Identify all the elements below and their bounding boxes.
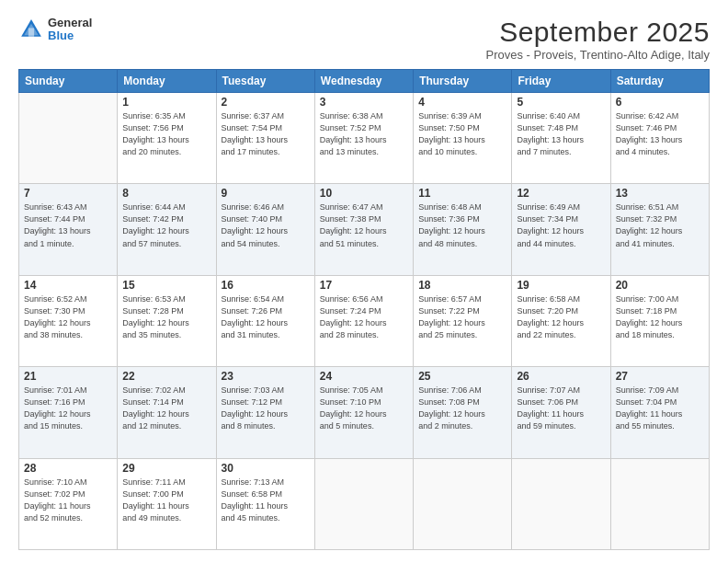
title-block: September 2025 Proves - Proveis, Trentin… [486, 17, 711, 62]
day-info: Sunrise: 7:11 AM Sunset: 7:00 PM Dayligh… [122, 477, 210, 524]
day-number: 12 [517, 187, 605, 200]
day-number: 19 [517, 279, 605, 292]
day-number: 16 [222, 279, 310, 292]
day-number: 17 [320, 279, 408, 292]
month-title: September 2025 [486, 17, 711, 48]
day-info: Sunrise: 6:37 AM Sunset: 7:54 PM Dayligh… [222, 110, 310, 158]
day-number: 18 [418, 279, 506, 292]
day-info: Sunrise: 6:39 AM Sunset: 7:50 PM Dayligh… [418, 110, 506, 158]
weekday-tuesday: Tuesday [216, 70, 314, 93]
day-number: 5 [517, 96, 605, 109]
calendar-week-3: 14Sunrise: 6:52 AM Sunset: 7:30 PM Dayli… [19, 275, 710, 366]
day-info: Sunrise: 7:13 AM Sunset: 6:58 PM Dayligh… [222, 477, 310, 524]
day-number: 24 [320, 370, 408, 383]
header: General Blue September 2025 Proves - Pro… [18, 17, 710, 62]
table-row: 5Sunrise: 6:40 AM Sunset: 7:48 PM Daylig… [512, 93, 610, 184]
day-info: Sunrise: 6:49 AM Sunset: 7:34 PM Dayligh… [517, 201, 605, 249]
day-info: Sunrise: 7:06 AM Sunset: 7:08 PM Dayligh… [418, 385, 506, 432]
table-row [610, 458, 709, 549]
table-row [19, 93, 118, 184]
day-info: Sunrise: 7:03 AM Sunset: 7:12 PM Dayligh… [222, 385, 310, 432]
day-info: Sunrise: 6:51 AM Sunset: 7:32 PM Dayligh… [616, 201, 704, 249]
table-row: 3Sunrise: 6:38 AM Sunset: 7:52 PM Daylig… [314, 93, 413, 184]
day-number: 22 [122, 370, 210, 383]
calendar: SundayMondayTuesdayWednesdayThursdayFrid… [18, 69, 710, 550]
day-number: 27 [616, 370, 704, 383]
day-info: Sunrise: 6:43 AM Sunset: 7:44 PM Dayligh… [24, 201, 112, 249]
table-row: 15Sunrise: 6:53 AM Sunset: 7:28 PM Dayli… [118, 275, 216, 366]
table-row: 28Sunrise: 7:10 AM Sunset: 7:02 PM Dayli… [19, 458, 118, 549]
day-info: Sunrise: 7:10 AM Sunset: 7:02 PM Dayligh… [24, 477, 112, 524]
weekday-thursday: Thursday [414, 70, 512, 93]
table-row: 1Sunrise: 6:35 AM Sunset: 7:56 PM Daylig… [118, 93, 216, 184]
table-row: 11Sunrise: 6:48 AM Sunset: 7:36 PM Dayli… [414, 184, 512, 275]
day-info: Sunrise: 6:57 AM Sunset: 7:22 PM Dayligh… [418, 293, 506, 341]
day-info: Sunrise: 6:48 AM Sunset: 7:36 PM Dayligh… [418, 201, 506, 249]
calendar-week-5: 28Sunrise: 7:10 AM Sunset: 7:02 PM Dayli… [19, 458, 710, 549]
day-number: 29 [122, 462, 210, 475]
day-info: Sunrise: 6:35 AM Sunset: 7:56 PM Dayligh… [122, 110, 210, 158]
table-row: 19Sunrise: 6:58 AM Sunset: 7:20 PM Dayli… [512, 275, 610, 366]
day-number: 9 [222, 187, 310, 200]
calendar-week-2: 7Sunrise: 6:43 AM Sunset: 7:44 PM Daylig… [19, 184, 710, 275]
day-number: 23 [222, 370, 310, 383]
table-row: 30Sunrise: 7:13 AM Sunset: 6:58 PM Dayli… [216, 458, 314, 549]
table-row [314, 458, 413, 549]
day-number: 25 [418, 370, 506, 383]
day-info: Sunrise: 6:40 AM Sunset: 7:48 PM Dayligh… [517, 110, 605, 158]
table-row [512, 458, 610, 549]
day-info: Sunrise: 7:07 AM Sunset: 7:06 PM Dayligh… [517, 385, 605, 432]
day-info: Sunrise: 6:47 AM Sunset: 7:38 PM Dayligh… [320, 201, 408, 249]
table-row: 6Sunrise: 6:42 AM Sunset: 7:46 PM Daylig… [610, 93, 709, 184]
day-info: Sunrise: 7:09 AM Sunset: 7:04 PM Dayligh… [616, 385, 704, 432]
table-row [414, 458, 512, 549]
logo: General Blue [18, 17, 92, 43]
day-info: Sunrise: 7:00 AM Sunset: 7:18 PM Dayligh… [616, 293, 704, 341]
weekday-header-row: SundayMondayTuesdayWednesdayThursdayFrid… [19, 70, 710, 93]
day-number: 10 [320, 187, 408, 200]
day-info: Sunrise: 6:58 AM Sunset: 7:20 PM Dayligh… [517, 293, 605, 341]
day-number: 26 [517, 370, 605, 383]
logo-blue: Blue [48, 29, 92, 42]
table-row: 23Sunrise: 7:03 AM Sunset: 7:12 PM Dayli… [216, 367, 314, 458]
day-info: Sunrise: 6:53 AM Sunset: 7:28 PM Dayligh… [122, 293, 210, 341]
table-row: 25Sunrise: 7:06 AM Sunset: 7:08 PM Dayli… [414, 367, 512, 458]
weekday-wednesday: Wednesday [314, 70, 413, 93]
day-info: Sunrise: 6:46 AM Sunset: 7:40 PM Dayligh… [222, 201, 310, 249]
calendar-week-4: 21Sunrise: 7:01 AM Sunset: 7:16 PM Dayli… [19, 367, 710, 458]
day-info: Sunrise: 6:54 AM Sunset: 7:26 PM Dayligh… [222, 293, 310, 341]
day-number: 11 [418, 187, 506, 200]
table-row: 9Sunrise: 6:46 AM Sunset: 7:40 PM Daylig… [216, 184, 314, 275]
day-number: 1 [122, 96, 210, 109]
day-number: 14 [24, 279, 112, 292]
day-info: Sunrise: 7:01 AM Sunset: 7:16 PM Dayligh… [24, 385, 112, 432]
table-row: 8Sunrise: 6:44 AM Sunset: 7:42 PM Daylig… [118, 184, 216, 275]
day-number: 20 [616, 279, 704, 292]
table-row: 21Sunrise: 7:01 AM Sunset: 7:16 PM Dayli… [19, 367, 118, 458]
weekday-monday: Monday [118, 70, 216, 93]
logo-icon [18, 17, 44, 42]
table-row: 20Sunrise: 7:00 AM Sunset: 7:18 PM Dayli… [610, 275, 709, 366]
day-number: 15 [122, 279, 210, 292]
svg-rect-2 [28, 29, 34, 37]
table-row: 10Sunrise: 6:47 AM Sunset: 7:38 PM Dayli… [314, 184, 413, 275]
day-number: 30 [222, 462, 310, 475]
day-info: Sunrise: 7:02 AM Sunset: 7:14 PM Dayligh… [122, 385, 210, 432]
weekday-friday: Friday [512, 70, 610, 93]
day-number: 7 [24, 187, 112, 200]
table-row: 13Sunrise: 6:51 AM Sunset: 7:32 PM Dayli… [610, 184, 709, 275]
table-row: 27Sunrise: 7:09 AM Sunset: 7:04 PM Dayli… [610, 367, 709, 458]
table-row: 12Sunrise: 6:49 AM Sunset: 7:34 PM Dayli… [512, 184, 610, 275]
table-row: 24Sunrise: 7:05 AM Sunset: 7:10 PM Dayli… [314, 367, 413, 458]
day-number: 6 [616, 96, 704, 109]
day-number: 4 [418, 96, 506, 109]
logo-text: General Blue [48, 17, 92, 43]
table-row: 7Sunrise: 6:43 AM Sunset: 7:44 PM Daylig… [19, 184, 118, 275]
day-number: 2 [222, 96, 310, 109]
page: General Blue September 2025 Proves - Pro… [0, 0, 728, 563]
day-info: Sunrise: 6:52 AM Sunset: 7:30 PM Dayligh… [24, 293, 112, 341]
table-row: 22Sunrise: 7:02 AM Sunset: 7:14 PM Dayli… [118, 367, 216, 458]
day-number: 21 [24, 370, 112, 383]
day-info: Sunrise: 6:56 AM Sunset: 7:24 PM Dayligh… [320, 293, 408, 341]
table-row: 2Sunrise: 6:37 AM Sunset: 7:54 PM Daylig… [216, 93, 314, 184]
